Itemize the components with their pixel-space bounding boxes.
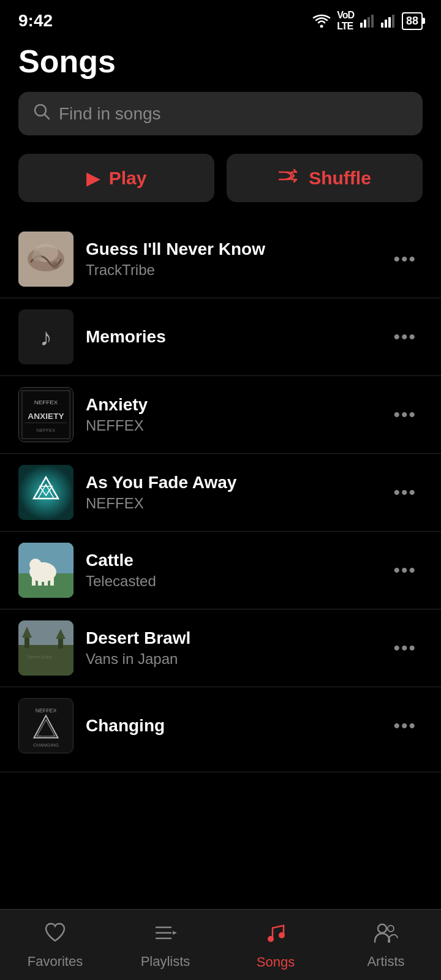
network-label: VoDLTE	[337, 10, 354, 32]
shuffle-button[interactable]: Shuffle	[227, 154, 423, 202]
song-art: NEFFEX CHANGING	[18, 698, 74, 753]
song-art: ♪	[18, 309, 74, 364]
heart-icon	[44, 922, 66, 949]
nav-label-artists: Artists	[367, 954, 404, 970]
shuffle-label: Shuffle	[309, 168, 371, 189]
song-info: Changing	[86, 716, 375, 736]
song-artist: NEFFEX	[86, 495, 375, 512]
svg-rect-2	[364, 20, 366, 28]
song-title: As You Fade Away	[86, 473, 375, 492]
svg-point-30	[29, 559, 42, 571]
svg-rect-34	[50, 577, 54, 586]
action-buttons: ▶ Play Shuffle	[0, 154, 441, 221]
nav-item-playlists[interactable]: Playlists	[110, 922, 221, 970]
song-artist: NEFFEX	[86, 417, 375, 434]
svg-rect-20	[25, 423, 67, 423]
more-options-button[interactable]: •••	[387, 243, 423, 276]
svg-line-10	[45, 115, 49, 119]
list-item[interactable]: ♪ Memories •••	[0, 298, 441, 376]
page-title: Songs	[0, 37, 441, 92]
svg-text:ANXIETY: ANXIETY	[28, 412, 64, 421]
list-item[interactable]: Guess I'll Never Know TrackTribe •••	[0, 221, 441, 298]
svg-text:NEFFEX: NEFFEX	[34, 399, 58, 405]
svg-point-15	[51, 262, 59, 269]
svg-point-53	[268, 936, 274, 942]
song-info: Desert Brawl Vans in Japan	[86, 628, 375, 668]
svg-text:CHANGING: CHANGING	[33, 742, 59, 748]
svg-point-56	[388, 925, 394, 932]
status-icons: VoDLTE 88	[312, 10, 423, 32]
svg-point-54	[279, 932, 285, 938]
song-art: Desert Brawl	[18, 620, 74, 676]
status-bar: 9:42 VoDLTE 88	[0, 0, 441, 37]
song-info: Anxiety NEFFEX	[86, 395, 375, 434]
play-button[interactable]: ▶ Play	[18, 154, 214, 202]
shuffle-icon	[278, 167, 300, 189]
song-art	[18, 232, 74, 287]
list-item[interactable]: Cattle Telecasted •••	[0, 532, 441, 609]
nav-item-favorites[interactable]: Favorites	[0, 922, 110, 970]
svg-rect-1	[360, 23, 363, 28]
status-time: 9:42	[18, 11, 53, 31]
list-icon	[154, 922, 177, 949]
more-options-button[interactable]: •••	[387, 320, 423, 353]
song-title: Desert Brawl	[86, 628, 375, 648]
svg-point-14	[32, 251, 42, 261]
signal-icon-2	[381, 14, 396, 28]
more-options-button[interactable]: •••	[387, 631, 423, 665]
song-title: Cattle	[86, 551, 375, 570]
svg-rect-4	[371, 15, 374, 28]
svg-text:NEFFEX: NEFFEX	[36, 707, 57, 714]
song-list: Guess I'll Never Know TrackTribe ••• ♪ M…	[0, 221, 441, 772]
song-artist: Vans in Japan	[86, 650, 375, 668]
song-title: Guess I'll Never Know	[86, 239, 375, 259]
svg-rect-22	[18, 465, 74, 520]
music-note-nav-icon	[265, 922, 286, 949]
song-art: NEFFEX ANXIETY NEFFEX	[18, 387, 74, 442]
svg-rect-8	[392, 15, 394, 28]
song-info: Cattle Telecasted	[86, 551, 375, 590]
svg-rect-36	[18, 645, 74, 676]
people-icon	[374, 922, 398, 949]
svg-rect-7	[388, 17, 391, 28]
svg-point-0	[320, 25, 323, 28]
song-title: Changing	[86, 716, 375, 736]
more-options-button[interactable]: •••	[387, 398, 423, 431]
list-item[interactable]: Desert Brawl Desert Brawl Vans in Japan …	[0, 609, 441, 687]
svg-rect-3	[368, 17, 370, 28]
nav-item-artists[interactable]: Artists	[331, 922, 441, 970]
svg-point-55	[378, 924, 386, 933]
song-title: Memories	[86, 327, 375, 347]
nav-label-songs: Songs	[257, 954, 295, 970]
song-artist: Telecasted	[86, 573, 375, 590]
more-options-button[interactable]: •••	[387, 709, 423, 742]
nav-label-playlists: Playlists	[141, 954, 190, 970]
music-note-icon: ♪	[40, 323, 52, 351]
battery-icon: 88	[402, 12, 423, 30]
search-bar[interactable]: Find in songs	[18, 92, 423, 135]
wifi-icon	[312, 14, 331, 28]
list-item[interactable]: NEFFEX ANXIETY NEFFEX Anxiety NEFFEX •••	[0, 376, 441, 454]
svg-rect-5	[381, 23, 383, 28]
song-art	[18, 465, 74, 520]
svg-text:NEFFEX: NEFFEX	[37, 428, 56, 433]
signal-icon-1	[360, 14, 375, 28]
song-artist: TrackTribe	[86, 262, 375, 279]
play-label: Play	[109, 168, 147, 189]
song-info: Guess I'll Never Know TrackTribe	[86, 239, 375, 279]
svg-rect-6	[385, 20, 387, 28]
song-info: Memories	[86, 327, 375, 347]
bottom-nav: Favorites Playlists Songs	[0, 909, 441, 980]
search-placeholder: Find in songs	[59, 104, 161, 124]
list-item[interactable]: NEFFEX CHANGING Changing •••	[0, 687, 441, 772]
svg-rect-31	[32, 577, 36, 586]
svg-marker-52	[173, 931, 177, 935]
list-item[interactable]: As You Fade Away NEFFEX •••	[0, 454, 441, 532]
song-art	[18, 543, 74, 598]
svg-rect-32	[38, 578, 42, 586]
more-options-button[interactable]: •••	[387, 554, 423, 587]
svg-rect-40	[58, 638, 63, 649]
nav-item-songs[interactable]: Songs	[221, 922, 331, 970]
song-info: As You Fade Away NEFFEX	[86, 473, 375, 512]
more-options-button[interactable]: •••	[387, 476, 423, 509]
